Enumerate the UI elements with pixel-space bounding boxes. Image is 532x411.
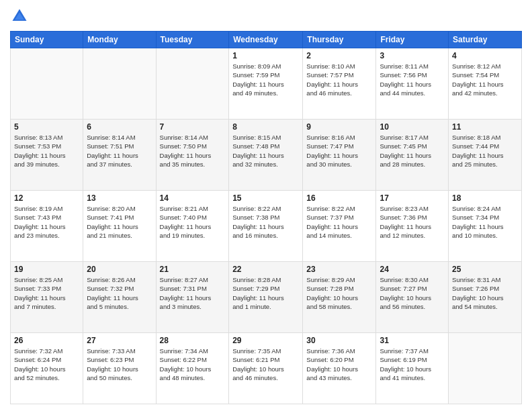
day-number: 13 (87, 193, 152, 203)
calendar-cell: 29Sunrise: 7:35 AM Sunset: 6:21 PM Dayli… (229, 333, 303, 404)
day-info: Sunrise: 7:33 AM Sunset: 6:23 PM Dayligh… (87, 347, 152, 382)
calendar-cell: 20Sunrise: 8:26 AM Sunset: 7:32 PM Dayli… (83, 262, 156, 333)
calendar-cell: 16Sunrise: 8:22 AM Sunset: 7:37 PM Dayli… (303, 191, 376, 262)
calendar-cell: 31Sunrise: 7:37 AM Sunset: 6:19 PM Dayli… (376, 333, 449, 404)
day-info: Sunrise: 7:36 AM Sunset: 6:20 PM Dayligh… (306, 347, 372, 382)
day-number: 6 (87, 122, 152, 132)
day-info: Sunrise: 8:25 AM Sunset: 7:33 PM Dayligh… (14, 275, 79, 311)
day-number: 19 (14, 265, 79, 274)
day-info: Sunrise: 7:32 AM Sunset: 6:24 PM Dayligh… (14, 347, 79, 382)
calendar-cell: 4Sunrise: 8:12 AM Sunset: 7:54 PM Daylig… (449, 48, 522, 120)
day-number: 14 (160, 193, 226, 203)
calendar-cell: 1Sunrise: 8:09 AM Sunset: 7:59 PM Daylig… (229, 48, 303, 120)
day-info: Sunrise: 8:16 AM Sunset: 7:47 PM Dayligh… (306, 133, 372, 169)
calendar-week-row: 12Sunrise: 8:19 AM Sunset: 7:43 PM Dayli… (11, 191, 522, 262)
day-number: 11 (452, 122, 518, 132)
day-number: 31 (380, 336, 445, 345)
day-info: Sunrise: 7:34 AM Sunset: 6:22 PM Dayligh… (160, 347, 226, 382)
day-number: 29 (232, 336, 299, 345)
day-number: 10 (380, 122, 445, 132)
day-number: 8 (232, 122, 299, 132)
day-info: Sunrise: 8:10 AM Sunset: 7:57 PM Dayligh… (306, 62, 372, 97)
day-info: Sunrise: 8:15 AM Sunset: 7:48 PM Dayligh… (232, 133, 299, 169)
calendar-cell: 23Sunrise: 8:29 AM Sunset: 7:28 PM Dayli… (303, 262, 376, 333)
calendar-cell: 21Sunrise: 8:27 AM Sunset: 7:31 PM Dayli… (156, 262, 229, 333)
calendar-cell: 14Sunrise: 8:21 AM Sunset: 7:40 PM Dayli… (156, 191, 229, 262)
calendar-cell: 19Sunrise: 8:25 AM Sunset: 7:33 PM Dayli… (11, 262, 83, 333)
calendar-week-row: 1Sunrise: 8:09 AM Sunset: 7:59 PM Daylig… (11, 48, 522, 120)
day-info: Sunrise: 8:29 AM Sunset: 7:28 PM Dayligh… (306, 275, 372, 311)
day-number: 9 (306, 122, 372, 132)
calendar-cell: 3Sunrise: 8:11 AM Sunset: 7:56 PM Daylig… (376, 48, 449, 120)
day-number: 1 (232, 51, 299, 60)
day-number: 12 (14, 193, 79, 203)
calendar: SundayMondayTuesdayWednesdayThursdayFrid… (10, 31, 522, 404)
calendar-cell: 13Sunrise: 8:20 AM Sunset: 7:41 PM Dayli… (83, 191, 156, 262)
day-number: 20 (87, 265, 152, 274)
day-number: 4 (452, 51, 518, 60)
day-info: Sunrise: 8:14 AM Sunset: 7:50 PM Dayligh… (160, 133, 226, 169)
calendar-week-row: 26Sunrise: 7:32 AM Sunset: 6:24 PM Dayli… (11, 333, 522, 404)
day-info: Sunrise: 8:31 AM Sunset: 7:26 PM Dayligh… (452, 275, 518, 311)
calendar-cell: 5Sunrise: 8:13 AM Sunset: 7:53 PM Daylig… (11, 120, 83, 191)
day-number: 27 (87, 336, 152, 345)
day-number: 16 (306, 193, 372, 203)
calendar-cell: 30Sunrise: 7:36 AM Sunset: 6:20 PM Dayli… (303, 333, 376, 404)
day-number: 7 (160, 122, 226, 132)
calendar-cell: 17Sunrise: 8:23 AM Sunset: 7:36 PM Dayli… (376, 191, 449, 262)
day-info: Sunrise: 8:18 AM Sunset: 7:44 PM Dayligh… (452, 133, 518, 169)
calendar-week-row: 19Sunrise: 8:25 AM Sunset: 7:33 PM Dayli… (11, 262, 522, 333)
day-number: 18 (452, 193, 518, 203)
day-info: Sunrise: 8:22 AM Sunset: 7:38 PM Dayligh… (232, 204, 299, 240)
day-number: 5 (14, 122, 79, 132)
day-info: Sunrise: 8:11 AM Sunset: 7:56 PM Dayligh… (380, 62, 445, 97)
page: SundayMondayTuesdayWednesdayThursdayFrid… (0, 0, 532, 411)
day-info: Sunrise: 8:17 AM Sunset: 7:45 PM Dayligh… (380, 133, 445, 169)
calendar-cell: 28Sunrise: 7:34 AM Sunset: 6:22 PM Dayli… (156, 333, 229, 404)
day-info: Sunrise: 7:37 AM Sunset: 6:19 PM Dayligh… (380, 347, 445, 382)
day-number: 17 (380, 193, 445, 203)
weekday-header: Sunday (11, 32, 83, 48)
weekday-header: Monday (83, 32, 156, 48)
calendar-cell: 26Sunrise: 7:32 AM Sunset: 6:24 PM Dayli… (11, 333, 83, 404)
calendar-cell: 15Sunrise: 8:22 AM Sunset: 7:38 PM Dayli… (229, 191, 303, 262)
day-number: 3 (380, 51, 445, 60)
calendar-cell (156, 48, 229, 120)
day-info: Sunrise: 8:23 AM Sunset: 7:36 PM Dayligh… (380, 204, 445, 240)
day-info: Sunrise: 8:26 AM Sunset: 7:32 PM Dayligh… (87, 275, 152, 311)
weekday-header: Friday (376, 32, 449, 48)
calendar-cell: 12Sunrise: 8:19 AM Sunset: 7:43 PM Dayli… (11, 191, 83, 262)
calendar-cell (449, 333, 522, 404)
day-info: Sunrise: 8:27 AM Sunset: 7:31 PM Dayligh… (160, 275, 226, 311)
calendar-cell: 7Sunrise: 8:14 AM Sunset: 7:50 PM Daylig… (156, 120, 229, 191)
day-number: 25 (452, 265, 518, 274)
calendar-cell: 9Sunrise: 8:16 AM Sunset: 7:47 PM Daylig… (303, 120, 376, 191)
day-number: 22 (232, 265, 299, 274)
calendar-cell: 18Sunrise: 8:24 AM Sunset: 7:34 PM Dayli… (449, 191, 522, 262)
calendar-cell (83, 48, 156, 120)
day-number: 21 (160, 265, 226, 274)
day-number: 2 (306, 51, 372, 60)
weekday-header: Thursday (303, 32, 376, 48)
calendar-cell: 2Sunrise: 8:10 AM Sunset: 7:57 PM Daylig… (303, 48, 376, 120)
day-info: Sunrise: 8:09 AM Sunset: 7:59 PM Dayligh… (232, 62, 299, 97)
day-number: 23 (306, 265, 372, 274)
day-info: Sunrise: 8:30 AM Sunset: 7:27 PM Dayligh… (380, 275, 445, 311)
weekday-header-row: SundayMondayTuesdayWednesdayThursdayFrid… (11, 32, 522, 48)
day-info: Sunrise: 8:24 AM Sunset: 7:34 PM Dayligh… (452, 204, 518, 240)
day-info: Sunrise: 8:22 AM Sunset: 7:37 PM Dayligh… (306, 204, 372, 240)
day-info: Sunrise: 8:21 AM Sunset: 7:40 PM Dayligh… (160, 204, 226, 240)
logo (10, 7, 32, 26)
day-info: Sunrise: 7:35 AM Sunset: 6:21 PM Dayligh… (232, 347, 299, 382)
weekday-header: Tuesday (156, 32, 229, 48)
day-info: Sunrise: 8:14 AM Sunset: 7:51 PM Dayligh… (87, 133, 152, 169)
day-number: 26 (14, 336, 79, 345)
day-number: 24 (380, 265, 445, 274)
calendar-cell: 25Sunrise: 8:31 AM Sunset: 7:26 PM Dayli… (449, 262, 522, 333)
day-info: Sunrise: 8:12 AM Sunset: 7:54 PM Dayligh… (452, 62, 518, 97)
day-number: 30 (306, 336, 372, 345)
day-info: Sunrise: 8:20 AM Sunset: 7:41 PM Dayligh… (87, 204, 152, 240)
calendar-week-row: 5Sunrise: 8:13 AM Sunset: 7:53 PM Daylig… (11, 120, 522, 191)
calendar-cell: 10Sunrise: 8:17 AM Sunset: 7:45 PM Dayli… (376, 120, 449, 191)
header (10, 7, 522, 26)
